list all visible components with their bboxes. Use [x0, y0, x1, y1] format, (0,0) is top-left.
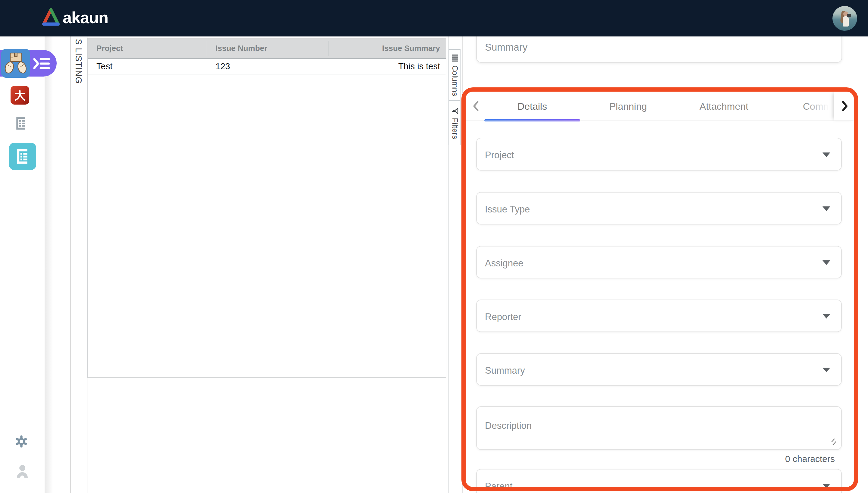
- cell-issue-summary: This is test: [328, 62, 446, 71]
- hands-holding-box-icon: [1, 49, 30, 78]
- sidebar-item-inventory-app[interactable]: [1, 49, 30, 78]
- detail-tabs: Details Planning Attachment Comme: [484, 96, 835, 117]
- field-parent[interactable]: Parent: [476, 469, 842, 493]
- dropdown-caret-icon: [823, 484, 830, 488]
- panel-right-divider: [855, 37, 856, 493]
- tabs-scroll-left-button[interactable]: [469, 99, 482, 113]
- dropdown-caret-icon: [823, 152, 830, 157]
- column-separator: [207, 41, 208, 56]
- top-navbar: akaun: [0, 0, 868, 37]
- listing-tab-label: S LISTING: [70, 37, 87, 133]
- field-issue-type[interactable]: Issue Type: [476, 192, 842, 224]
- field-assignee-label: Assignee: [485, 258, 523, 269]
- description-char-count: 0 characters: [476, 454, 835, 464]
- tab-columns[interactable]: Columns: [449, 49, 460, 100]
- sidebar-item-forms-app[interactable]: [16, 117, 26, 131]
- dropdown-caret-icon: [823, 207, 830, 211]
- filter-funnel-icon: [452, 108, 458, 114]
- field-parent-label: Parent: [485, 481, 512, 492]
- brand-logo[interactable]: akaun: [42, 8, 108, 27]
- field-project-label: Project: [485, 150, 514, 160]
- teal-form-icon: [16, 149, 29, 164]
- field-reporter[interactable]: Reporter: [476, 300, 842, 332]
- tabs-fade-overlay: [804, 94, 835, 119]
- account-button[interactable]: [16, 464, 29, 479]
- tabs-scroll-right-button[interactable]: [834, 92, 855, 121]
- field-project[interactable]: Project: [476, 138, 842, 171]
- settings-button[interactable]: [15, 435, 28, 449]
- person-icon: [16, 464, 29, 478]
- chevron-left-icon: [472, 100, 479, 112]
- textarea-resize-icon[interactable]: [828, 438, 837, 446]
- tab-planning[interactable]: Planning: [580, 96, 676, 117]
- columns-tab-label: Columns: [451, 65, 460, 97]
- sidebar-item-listing-app[interactable]: [9, 143, 36, 170]
- field-description[interactable]: Description: [476, 406, 842, 450]
- tab-issues-listing[interactable]: S LISTING: [70, 37, 87, 133]
- field-assignee[interactable]: Assignee: [476, 246, 842, 278]
- cell-issue-number: 123: [208, 62, 328, 71]
- user-avatar[interactable]: [832, 6, 857, 31]
- filters-tab-label: Filters: [451, 118, 460, 139]
- tab-details[interactable]: Details: [484, 96, 580, 117]
- dropdown-caret-icon: [823, 314, 830, 319]
- column-header-issue-summary[interactable]: Issue Summary: [328, 44, 446, 53]
- column-header-issue-number[interactable]: Issue Number: [208, 44, 328, 53]
- content-left-shadow: [45, 37, 53, 493]
- app-sidebar: [0, 37, 45, 493]
- tab-attachment[interactable]: Attachment: [676, 96, 772, 117]
- tabbar-bottom-border: [463, 121, 855, 121]
- summary-card-label: Summary: [485, 42, 527, 53]
- field-issue-type-label: Issue Type: [485, 204, 530, 215]
- sidebar-item-red-app[interactable]: [10, 86, 29, 105]
- cell-project: Test: [88, 62, 208, 71]
- field-summary[interactable]: Summary: [476, 353, 842, 386]
- indent-menu-icon: [33, 57, 50, 70]
- akaun-triangle-icon: [42, 8, 60, 27]
- table-row[interactable]: Test 123 This is test: [88, 59, 446, 74]
- issues-table: Project Issue Number Issue Summary Test …: [87, 38, 447, 378]
- field-description-label: Description: [485, 421, 531, 431]
- panel-left-divider: [462, 37, 463, 493]
- gear-icon: [15, 435, 28, 448]
- field-reporter-label: Reporter: [485, 312, 521, 322]
- column-separator: [328, 41, 328, 56]
- chevron-right-icon: [841, 100, 849, 112]
- field-summary-label: Summary: [485, 365, 525, 376]
- dropdown-caret-icon: [823, 368, 830, 372]
- column-header-project[interactable]: Project: [88, 44, 208, 53]
- dropdown-caret-icon: [823, 260, 830, 265]
- columns-icon: [452, 55, 458, 62]
- brand-name: akaun: [63, 8, 108, 27]
- gray-form-icon: [16, 117, 26, 130]
- table-header-row: Project Issue Number Issue Summary: [88, 38, 446, 59]
- tab-filters[interactable]: Filters: [449, 100, 460, 145]
- cjk-dai-icon: [13, 88, 27, 102]
